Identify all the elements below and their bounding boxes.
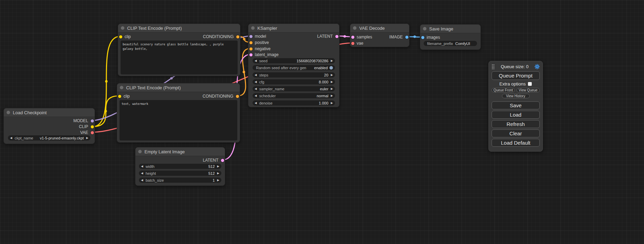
view-queue-button[interactable]: View Queue — [517, 88, 540, 92]
port-dot-vae[interactable] — [91, 131, 94, 134]
toggle-knob[interactable] — [329, 66, 333, 70]
widget-ckpt-name[interactable]: ◀ ckpt_name v1-5-pruned-emaonly.ckpt ▶ — [8, 135, 90, 141]
widget-left-arrow-icon[interactable]: ◀ — [255, 88, 257, 90]
widget-right-arrow-icon[interactable]: ▶ — [331, 60, 333, 62]
node-title-bar[interactable]: CLIP Text Encode (Prompt) — [117, 83, 240, 92]
node-ksampler[interactable]: KSampler model positive negative latent_… — [248, 24, 339, 107]
drag-handle-icon[interactable] — [492, 64, 495, 69]
clear-button[interactable]: Clear — [492, 129, 540, 137]
widget-right-arrow-icon[interactable]: ▶ — [331, 102, 333, 105]
port-dot-conditioning[interactable] — [249, 41, 253, 44]
output-port-conditioning[interactable]: CONDITIONING — [203, 34, 240, 39]
port-dot-vae[interactable] — [351, 42, 354, 45]
link-midpoint-dot[interactable] — [105, 80, 107, 82]
node-collapse-dot[interactable] — [121, 26, 124, 30]
node-save-image[interactable]: Save Image images filename_prefix ComfyU… — [420, 24, 481, 50]
node-collapse-dot[interactable] — [251, 26, 255, 30]
widget-left-arrow-icon[interactable]: ◀ — [141, 172, 143, 175]
load-default-button[interactable]: Load Default — [492, 139, 540, 147]
port-dot-clip[interactable] — [118, 95, 121, 98]
widget-left-arrow-icon[interactable]: ◀ — [255, 102, 257, 105]
link-midpoint-dot[interactable] — [343, 35, 346, 37]
input-port-clip[interactable]: clip — [118, 34, 131, 39]
output-port-latent[interactable]: LATENT — [203, 157, 225, 163]
node-title-bar[interactable]: Load Checkpoint — [4, 108, 95, 117]
port-dot-image[interactable] — [405, 36, 408, 39]
widget-right-arrow-icon[interactable]: ▶ — [331, 81, 333, 83]
node-collapse-dot[interactable] — [423, 27, 426, 30]
output-port-image[interactable]: IMAGE — [389, 34, 409, 40]
link-midpoint-dot[interactable] — [104, 110, 107, 112]
node-title-bar[interactable]: VAE Decode — [350, 24, 409, 33]
port-dot-model[interactable] — [91, 119, 94, 123]
node-title-bar[interactable]: Empty Latent Image — [135, 147, 225, 156]
node-graph-canvas[interactable]: Load Checkpoint MODEL CLIP VAE ◀ ckpt_na… — [0, 0, 644, 244]
input-port-positive[interactable]: positive — [248, 40, 269, 45]
widget-left-arrow-icon[interactable]: ◀ — [255, 94, 257, 97]
node-title-bar[interactable]: CLIP Text Encode (Prompt) — [118, 24, 240, 33]
port-dot-conditioning[interactable] — [249, 47, 253, 51]
input-port-vae[interactable]: vae — [350, 40, 363, 46]
widget-right-arrow-icon[interactable]: ▶ — [217, 179, 219, 182]
widget-left-arrow-icon[interactable]: ◀ — [255, 74, 257, 76]
port-dot-latent[interactable] — [335, 35, 338, 38]
output-port-conditioning[interactable]: CONDITIONING — [203, 93, 240, 99]
save-button[interactable]: Save — [492, 101, 540, 109]
port-dot-conditioning[interactable] — [236, 35, 239, 38]
widget-left-arrow-icon[interactable]: ◀ — [255, 81, 257, 83]
output-port-clip[interactable]: CLIP — [79, 124, 95, 129]
load-button[interactable]: Load — [492, 111, 540, 119]
port-dot-conditioning[interactable] — [236, 95, 239, 98]
output-port-latent[interactable]: LATENT — [317, 34, 339, 39]
refresh-button[interactable]: Refresh — [492, 120, 540, 128]
port-dot-clip[interactable] — [119, 35, 122, 38]
queue-prompt-button[interactable]: Queue Prompt — [492, 71, 540, 80]
output-port-vae[interactable]: VAE — [80, 130, 95, 135]
node-empty-latent-image[interactable]: Empty Latent Image LATENT ◀ width 512 ▶ … — [135, 147, 225, 186]
node-title-bar[interactable]: KSampler — [248, 24, 339, 33]
port-dot-model[interactable] — [249, 35, 253, 38]
widget-height[interactable]: ◀ height 512 ▶ — [139, 171, 221, 176]
widget-left-arrow-icon[interactable]: ◀ — [255, 60, 257, 62]
link-midpoint-dot[interactable] — [243, 38, 245, 40]
node-collapse-dot[interactable] — [120, 86, 123, 89]
node-vae-decode[interactable]: VAE Decode samples vae IMAGE — [350, 24, 409, 47]
port-dot-image[interactable] — [421, 36, 424, 39]
link-midpoint-dot[interactable] — [170, 77, 173, 79]
input-port-samples[interactable]: samples — [350, 34, 372, 40]
node-collapse-dot[interactable] — [138, 150, 142, 153]
node-collapse-dot[interactable] — [7, 111, 10, 114]
node-title-bar[interactable]: Save Image — [420, 25, 480, 33]
port-dot-latent[interactable] — [351, 36, 354, 39]
widget-cfg[interactable]: ◀ cfg 8.000 ▶ — [253, 79, 335, 84]
widget-left-arrow-icon[interactable]: ◀ — [141, 165, 143, 168]
widget-width[interactable]: ◀ width 512 ▶ — [139, 164, 221, 169]
widget-left-arrow-icon[interactable]: ◀ — [141, 179, 143, 182]
input-port-clip[interactable]: clip — [117, 93, 130, 99]
widget-batch-size[interactable]: ◀ batch_size 1 ▶ — [139, 178, 221, 183]
widget-seed[interactable]: ◀ seed 156680208700286 ▶ — [253, 58, 335, 63]
view-history-button[interactable]: View History — [502, 94, 530, 98]
node-collapse-dot[interactable] — [353, 26, 356, 30]
widget-right-arrow-icon[interactable]: ▶ — [217, 172, 219, 175]
widget-random-seed-toggle[interactable]: Random seed after every gen enabled — [253, 65, 335, 70]
widget-left-arrow-icon[interactable]: ◀ — [10, 137, 12, 139]
widget-right-arrow-icon[interactable]: ▶ — [331, 94, 333, 97]
widget-sampler-name[interactable]: ◀ sampler_name euler ▶ — [253, 86, 335, 91]
node-clip-text-encode-positive[interactable]: CLIP Text Encode (Prompt) clip CONDITION… — [118, 24, 240, 76]
widget-right-arrow-icon[interactable]: ▶ — [331, 88, 333, 90]
widget-right-arrow-icon[interactable]: ▶ — [217, 165, 219, 168]
settings-gear-icon[interactable] — [535, 64, 540, 69]
node-clip-text-encode-negative[interactable]: CLIP Text Encode (Prompt) clip CONDITION… — [117, 83, 240, 143]
widget-right-arrow-icon[interactable]: ▶ — [86, 137, 88, 139]
port-dot-latent[interactable] — [221, 159, 224, 162]
input-port-negative[interactable]: negative — [248, 46, 271, 52]
widget-denoise[interactable]: ◀ denoise 1.000 ▶ — [253, 100, 335, 106]
extra-options-checkbox[interactable] — [528, 82, 532, 86]
port-dot-clip[interactable] — [91, 125, 94, 128]
input-port-latent-image[interactable]: latent_image — [248, 52, 279, 57]
output-port-model[interactable]: MODEL — [73, 118, 95, 124]
prompt-textarea[interactable]: text, watermark — [120, 100, 237, 141]
widget-scheduler[interactable]: ◀ scheduler normal ▶ — [253, 93, 335, 98]
widget-filename-prefix[interactable]: filename_prefix ComfyUI — [424, 41, 477, 46]
